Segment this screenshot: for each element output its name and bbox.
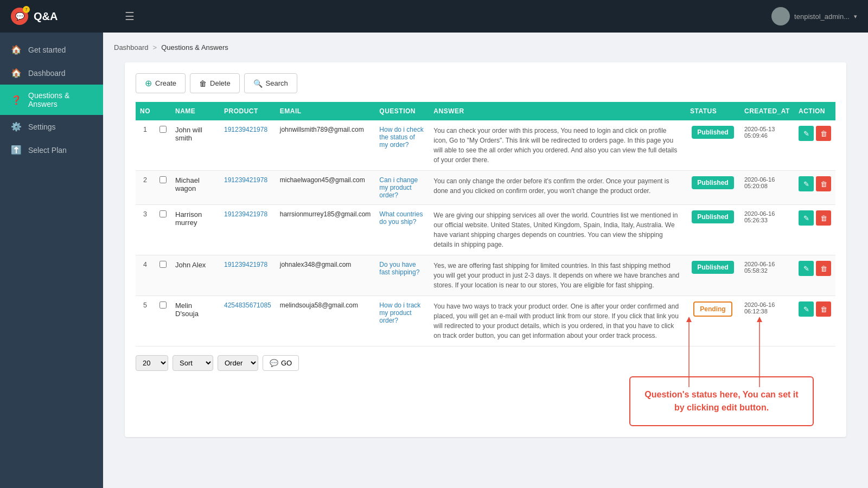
callout-box: Question's status here, You can set it b… (629, 376, 814, 426)
create-label: Create (155, 79, 176, 87)
cell-no-0: 1 (136, 120, 155, 171)
cell-status-3: Published (686, 255, 740, 296)
cell-check-2 (155, 205, 171, 255)
sidebar: 🏠 Get started 🏠 Dashboard ❓ Questions & … (0, 0, 103, 488)
header-right: tenpistol_admin... ▾ (771, 7, 857, 25)
cell-check-4 (155, 296, 171, 346)
cell-name-2: Harrison murrey (171, 205, 220, 255)
row-checkbox-3[interactable] (159, 261, 167, 268)
edit-button-4[interactable]: ✎ (799, 301, 814, 317)
cell-product-1: 191239421978 (220, 171, 276, 205)
cell-product-2: 191239421978 (220, 205, 276, 255)
cell-email-3: johnalex348@gmail.com (276, 255, 375, 296)
cell-no-1: 2 (136, 171, 155, 205)
sidebar-item-questions[interactable]: ❓ Questions & Answers (0, 85, 103, 115)
col-name: NAME (171, 102, 220, 120)
cell-question-0: How do i check the status of my order? (375, 120, 429, 171)
row-checkbox-1[interactable] (159, 176, 167, 183)
table-row: 4 John Alex 191239421978 johnalex348@gma… (136, 255, 835, 296)
cell-question-2: What countries do you ship? (375, 205, 429, 255)
product-link-1[interactable]: 191239421978 (224, 176, 267, 184)
sort-select[interactable]: Sort Name Date Status (173, 355, 213, 371)
nav-label-dashboard: Dashboard (28, 69, 66, 78)
nav-icon-dashboard: 🏠 (11, 68, 22, 78)
status-badge-4: Pending (693, 301, 732, 317)
callout-area: Question's status here, You can set it b… (136, 376, 835, 426)
edit-button-3[interactable]: ✎ (799, 261, 814, 276)
go-button[interactable]: 💬 GO (263, 355, 299, 371)
cell-action-4: ✎ 🗑 (794, 296, 835, 346)
user-caret-icon[interactable]: ▾ (854, 13, 857, 20)
per-page-select[interactable]: 20 10 50 100 (136, 355, 168, 371)
cell-answer-1: You can only change the order before it'… (429, 171, 686, 205)
search-button[interactable]: 🔍 Search (244, 73, 297, 93)
table-header: NO NAME PRODUCT EMAIL QUESTION ANSWER ST… (136, 102, 835, 120)
cell-created-3: 2020-06-1605:58:32 (740, 255, 794, 296)
create-button[interactable]: ⊕ Create (136, 73, 186, 93)
table-row: 2 Michael wagon 191239421978 michaelwago… (136, 171, 835, 205)
delete-row-button-3[interactable]: 🗑 (816, 261, 831, 276)
order-select[interactable]: Order ASC DESC (218, 355, 258, 371)
table-row: 3 Harrison murrey 191239421978 harrsionm… (136, 205, 835, 255)
cell-created-4: 2020-06-1606:12:38 (740, 296, 794, 346)
cell-product-4: 4254835671085 (220, 296, 276, 346)
action-buttons-1: ✎ 🗑 (799, 176, 831, 191)
cell-answer-3: Yes, we are offering fast shipping for l… (429, 255, 686, 296)
cell-email-1: michaelwagon45@gmail.com (276, 171, 375, 205)
product-link-0[interactable]: 191239421978 (224, 126, 267, 133)
nav-icon-get-started: 🏠 (11, 44, 22, 55)
delete-row-button-4[interactable]: 🗑 (816, 301, 831, 317)
cell-created-1: 2020-06-1605:20:08 (740, 171, 794, 205)
cell-status-1: Published (686, 171, 740, 205)
nav-label-settings: Settings (28, 123, 56, 131)
cell-answer-0: You can check your order with this proce… (429, 120, 686, 171)
col-action: ACTION (794, 102, 835, 120)
toolbar: ⊕ Create 🗑 Delete 🔍 Search (136, 73, 835, 93)
delete-row-button-2[interactable]: 🗑 (816, 210, 831, 226)
delete-row-button-0[interactable]: 🗑 (816, 126, 831, 141)
product-link-3[interactable]: 191239421978 (224, 261, 267, 268)
app-title: Q&A (34, 10, 58, 23)
qa-table-container: NO NAME PRODUCT EMAIL QUESTION ANSWER ST… (136, 102, 835, 346)
cell-no-4: 5 (136, 296, 155, 346)
breadcrumb: Dashboard > Questions & Answers (114, 43, 857, 52)
nav-label-get-started: Get started (28, 46, 66, 54)
col-check (155, 102, 171, 120)
action-buttons-3: ✎ 🗑 (799, 261, 831, 276)
cell-check-0 (155, 120, 171, 171)
sidebar-item-dashboard[interactable]: 🏠 Dashboard (0, 61, 103, 85)
breadcrumb-home[interactable]: Dashboard (114, 43, 149, 52)
callout-text: Question's status here, You can set it b… (643, 388, 800, 414)
breadcrumb-current: Questions & Answers (161, 43, 228, 52)
col-created: CREATED_AT (740, 102, 794, 120)
sidebar-item-get-started[interactable]: 🏠 Get started (0, 38, 103, 61)
sidebar-item-settings[interactable]: ⚙️ Settings (0, 115, 103, 138)
go-label: GO (281, 359, 292, 367)
nav-label-questions: Questions & Answers (28, 91, 92, 108)
logo-icon-wrap: 💬 7 (11, 8, 28, 25)
delete-label: Delete (210, 79, 231, 87)
row-checkbox-2[interactable] (159, 210, 167, 217)
row-checkbox-4[interactable] (159, 301, 167, 309)
product-link-4[interactable]: 4254835671085 (224, 301, 271, 309)
nav-icon-settings: ⚙️ (11, 121, 22, 132)
delete-icon: 🗑 (199, 79, 207, 88)
delete-button[interactable]: 🗑 Delete (190, 73, 240, 93)
edit-button-2[interactable]: ✎ (799, 210, 814, 226)
edit-button-0[interactable]: ✎ (799, 126, 814, 141)
delete-row-button-1[interactable]: 🗑 (816, 176, 831, 191)
table-row: 1 John will smith 191239421978 johnwills… (136, 120, 835, 171)
hamburger-icon[interactable]: ☰ (125, 10, 135, 23)
product-link-2[interactable]: 191239421978 (224, 210, 267, 218)
col-question: QUESTION (375, 102, 429, 120)
cell-check-3 (155, 255, 171, 296)
edit-button-1[interactable]: ✎ (799, 176, 814, 191)
search-icon: 🔍 (253, 79, 263, 88)
sidebar-item-select-plan[interactable]: ⬆️ Select Plan (0, 138, 103, 162)
row-checkbox-0[interactable] (159, 126, 167, 133)
cell-name-3: John Alex (171, 255, 220, 296)
table-footer: 20 10 50 100 Sort Name Date Status Order… (136, 355, 835, 371)
logo-badge: 7 (23, 6, 30, 13)
cell-email-2: harrsionmurrey185@gmail.com (276, 205, 375, 255)
status-badge-2: Published (692, 210, 733, 223)
